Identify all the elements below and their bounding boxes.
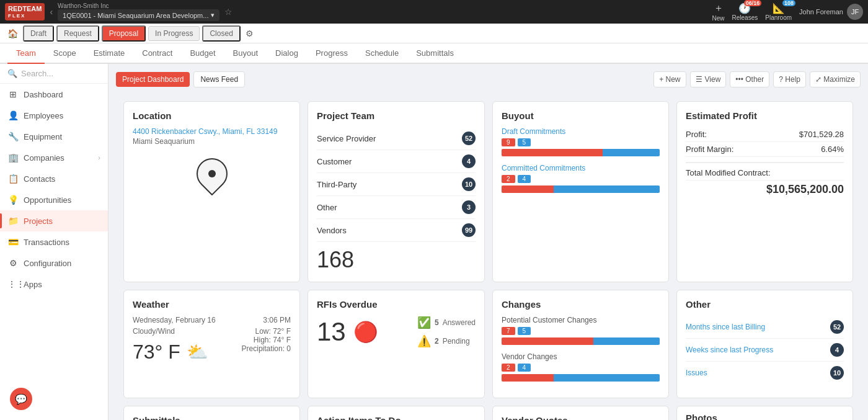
- maximize-button[interactable]: ⤢ Maximize: [810, 71, 861, 87]
- vendor-changes-label: Vendor Changes: [502, 352, 660, 361]
- tab-estimate[interactable]: Estimate: [85, 43, 134, 64]
- vendor-changes-section: Vendor Changes 2 4: [502, 352, 660, 382]
- equipment-icon: 🔧: [7, 132, 19, 141]
- vendor-quotes-title: Vendor Quotes: [502, 415, 660, 420]
- other-button[interactable]: ••• Other: [730, 71, 769, 87]
- project-selector[interactable]: 1QE0001 - Miami Seaquarium Area Developm…: [58, 9, 219, 21]
- status-tab-inprogress[interactable]: In Progress: [148, 26, 200, 41]
- news-feed-button[interactable]: News Feed: [193, 71, 245, 87]
- new-action-button[interactable]: + New: [653, 71, 686, 87]
- margin-label: Profit Margin:: [686, 145, 733, 154]
- customer-blue-count: 5: [518, 327, 531, 335]
- tab-schedule[interactable]: Schedule: [356, 43, 407, 64]
- sidebar-item-wrap-projects: 📁 Projects: [0, 210, 108, 231]
- profit-row: Profit: $701,529.28: [686, 127, 844, 142]
- chat-icon: 💬: [15, 393, 27, 405]
- back-nav-icon[interactable]: ‹: [50, 7, 53, 17]
- profit-label: Profit:: [686, 130, 707, 139]
- planroom-button[interactable]: 📐 Planroom 108: [765, 2, 792, 21]
- committed-bar-red: [502, 185, 554, 193]
- tab-scope[interactable]: Scope: [45, 43, 85, 64]
- sidebar-item-companies[interactable]: 🏢 Companies ›: [0, 147, 108, 168]
- sidebar-item-configuration[interactable]: ⚙ Configuration: [0, 252, 108, 274]
- weather-low: Low: 72° F: [242, 327, 291, 336]
- tab-dialog[interactable]: Dialog: [267, 43, 307, 64]
- weather-icon: ⛅: [187, 342, 208, 362]
- tab-submittals[interactable]: Submittals: [407, 43, 463, 64]
- avatar: JF: [847, 4, 863, 20]
- contract-label: Total Modified Contract:: [686, 168, 771, 177]
- customer-bar: [502, 337, 660, 345]
- status-tab-proposal[interactable]: Proposal: [102, 25, 146, 42]
- companies-icon: 🏢: [7, 153, 19, 163]
- issues-link[interactable]: Issues: [686, 369, 830, 377]
- location-card: Location 4400 Rickenbacker Cswy., Miami,…: [123, 101, 300, 282]
- billing-link[interactable]: Months since last Billing: [686, 323, 830, 331]
- team-row-vendors: Vendors 99: [317, 219, 476, 242]
- settings-icon[interactable]: ⚙: [246, 29, 254, 38]
- home-icon[interactable]: 🏠: [7, 29, 18, 38]
- rfis-pending-count: 2: [435, 337, 439, 346]
- tab-buyout[interactable]: Buyout: [224, 43, 267, 64]
- sidebar-item-equipment[interactable]: 🔧 Equipment: [0, 126, 108, 147]
- photos-header: Photos: [677, 406, 852, 420]
- active-indicator: [0, 213, 2, 228]
- sidebar-item-opportunities[interactable]: 💡 Opportunities: [0, 189, 108, 210]
- rfis-pending-row: ⚠️ 2 Pending: [417, 334, 476, 348]
- margin-row: Profit Margin: 6.64%: [686, 142, 844, 157]
- support-chat-button[interactable]: 💬: [10, 388, 32, 410]
- team-count-vendors: 99: [462, 223, 476, 237]
- progress-link[interactable]: Weeks since last Progress: [686, 346, 830, 354]
- project-dashboard-button[interactable]: Project Dashboard: [116, 72, 190, 87]
- photos-title: Photos: [686, 413, 844, 420]
- sidebar-search[interactable]: 🔍 Search...: [0, 64, 108, 84]
- team-count-customer: 4: [462, 154, 476, 168]
- customer-changes-section: Potential Customer Changes 7 5: [502, 316, 660, 345]
- tab-progress[interactable]: Progress: [307, 43, 356, 64]
- billing-count: 52: [830, 320, 844, 334]
- project-team-card: Project Team Service Provider 52 Custome…: [308, 101, 485, 282]
- help-button[interactable]: ? Help: [773, 71, 806, 87]
- sidebar-item-dashboard[interactable]: ⊞ Dashboard: [0, 84, 108, 105]
- rfis-card: RFIs Overdue 13 🔴 ✅ 5 Answered ⚠️ 2: [308, 290, 485, 398]
- weather-time: 3:06 PM: [263, 316, 291, 324]
- rfis-count: 13: [317, 317, 346, 347]
- tab-team[interactable]: Team: [7, 43, 45, 64]
- logo-area: REDTEAM FLEX: [5, 3, 45, 21]
- tab-contract[interactable]: Contract: [133, 43, 181, 64]
- sidebar-item-employees[interactable]: 👤 Employees: [0, 105, 108, 126]
- other-row-billing: Months since last Billing 52: [686, 316, 844, 339]
- buyout-card: Buyout Draft Commitments 9 5 Committed C…: [492, 101, 669, 282]
- photos-card: Photos ‹ ›: [676, 406, 853, 420]
- buyout-committed-section: Committed Commitments 2 4: [502, 164, 660, 193]
- section-tab-bar: Team Scope Estimate Contract Budget Buyo…: [0, 43, 868, 64]
- user-menu[interactable]: John Foreman JF: [799, 4, 863, 20]
- team-count-service-provider: 52: [462, 132, 476, 145]
- team-total: 168: [317, 247, 476, 273]
- status-tab-request[interactable]: Request: [56, 25, 99, 42]
- team-title: Project Team: [317, 110, 476, 121]
- sidebar-item-wrap-equipment: 🔧 Equipment: [0, 126, 108, 147]
- logo-box: REDTEAM FLEX: [5, 3, 45, 21]
- sidebar-item-transactions[interactable]: 💳 Transactions: [0, 231, 108, 252]
- favorite-icon[interactable]: ☆: [224, 7, 232, 17]
- status-tab-draft[interactable]: Draft: [23, 25, 54, 42]
- weather-high: High: 74° F: [242, 336, 291, 344]
- weather-date: Wednesday, February 16: [133, 316, 216, 324]
- apps-icon: ⋮⋮: [7, 279, 19, 289]
- new-button[interactable]: ＋ New: [712, 2, 725, 22]
- status-tab-closed[interactable]: Closed: [202, 25, 240, 42]
- sidebar-item-projects[interactable]: 📁 Projects: [0, 210, 108, 231]
- sidebar-item-apps[interactable]: ⋮⋮ Apps: [0, 274, 108, 295]
- releases-button[interactable]: 🕐 Releases 06/16: [732, 2, 758, 21]
- tab-budget[interactable]: Budget: [181, 43, 224, 64]
- sidebar-item-contacts[interactable]: 📋 Contacts: [0, 168, 108, 189]
- committed-red-count: 2: [502, 175, 515, 183]
- view-button[interactable]: ☰ View: [690, 71, 727, 87]
- location-address[interactable]: 4400 Rickenbacker Cswy., Miami, FL 33149: [133, 127, 291, 136]
- sidebar-item-wrap-apps: ⋮⋮ Apps: [0, 274, 108, 295]
- sidebar-item-wrap-configuration: ⚙ Configuration: [0, 252, 108, 274]
- vendor-quotes-card: Vendor Quotes Bid Date: 04/20/2022 100% …: [492, 406, 669, 420]
- team-count-other: 3: [462, 200, 476, 214]
- weather-temp: 73° F: [133, 341, 180, 364]
